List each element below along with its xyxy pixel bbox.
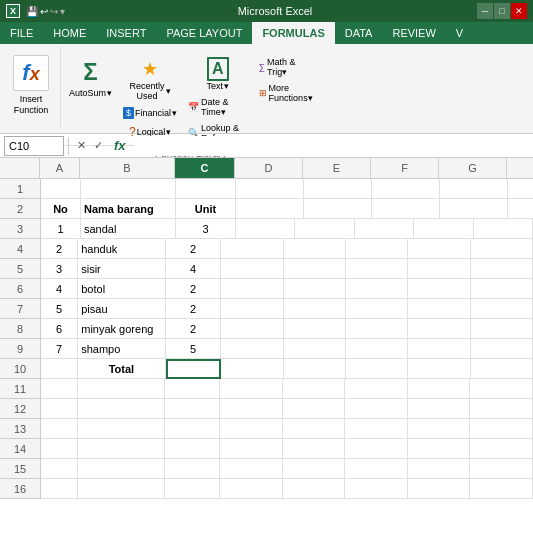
cell-b13[interactable] bbox=[78, 419, 165, 439]
cell-f12[interactable] bbox=[345, 399, 408, 419]
cell-b14[interactable] bbox=[78, 439, 165, 459]
cell-e12[interactable] bbox=[283, 399, 346, 419]
cell-a11[interactable] bbox=[41, 379, 78, 399]
col-header-d[interactable]: D bbox=[235, 158, 303, 178]
cell-f14[interactable] bbox=[345, 439, 408, 459]
cell-d14[interactable] bbox=[220, 439, 283, 459]
financial-btn[interactable]: $ Financial▾ bbox=[119, 105, 181, 121]
cell-h8[interactable] bbox=[471, 319, 533, 339]
row-header-4[interactable]: 4 bbox=[0, 239, 40, 259]
row-header-8[interactable]: 8 bbox=[0, 319, 40, 339]
cell-c8[interactable]: 2 bbox=[166, 319, 222, 339]
cell-d6[interactable] bbox=[221, 279, 283, 299]
cell-a8[interactable]: 6 bbox=[41, 319, 78, 339]
cell-e4[interactable] bbox=[284, 239, 346, 259]
name-box[interactable]: C10 bbox=[4, 136, 64, 156]
cell-a1[interactable] bbox=[41, 179, 81, 199]
row-header-5[interactable]: 5 bbox=[0, 259, 40, 279]
cell-d7[interactable] bbox=[221, 299, 283, 319]
formula-input[interactable] bbox=[134, 136, 529, 156]
cell-c14[interactable] bbox=[165, 439, 220, 459]
tab-home[interactable]: HOME bbox=[43, 22, 96, 44]
cell-g16[interactable] bbox=[408, 479, 471, 499]
cell-c12[interactable] bbox=[165, 399, 220, 419]
cell-b7[interactable]: pisau bbox=[78, 299, 166, 319]
cell-e10[interactable] bbox=[284, 359, 346, 379]
cell-c9[interactable]: 5 bbox=[166, 339, 222, 359]
cell-h15[interactable] bbox=[470, 459, 533, 479]
cell-f3[interactable] bbox=[355, 219, 414, 239]
cell-h10[interactable] bbox=[471, 359, 533, 379]
cell-c16[interactable] bbox=[165, 479, 220, 499]
confirm-formula-btn[interactable]: ✓ bbox=[90, 138, 106, 154]
cell-h12[interactable] bbox=[470, 399, 533, 419]
tab-file[interactable]: FILE bbox=[0, 22, 43, 44]
cell-f4[interactable] bbox=[346, 239, 408, 259]
cell-a15[interactable] bbox=[41, 459, 78, 479]
cell-h5[interactable] bbox=[471, 259, 533, 279]
cell-c3[interactable]: 3 bbox=[176, 219, 236, 239]
cell-g11[interactable] bbox=[408, 379, 471, 399]
cell-a13[interactable] bbox=[41, 419, 78, 439]
window-controls[interactable]: ─ □ ✕ bbox=[477, 3, 527, 19]
cell-b8[interactable]: minyak goreng bbox=[78, 319, 166, 339]
cell-b5[interactable]: sisir bbox=[78, 259, 166, 279]
cell-e11[interactable] bbox=[283, 379, 346, 399]
cell-d15[interactable] bbox=[220, 459, 283, 479]
col-header-a[interactable]: A bbox=[40, 158, 80, 178]
math-trig-btn[interactable]: ∑ Math &Trig▾ bbox=[255, 55, 317, 79]
row-header-7[interactable]: 7 bbox=[0, 299, 40, 319]
cell-e2[interactable] bbox=[304, 199, 372, 219]
cell-d3[interactable] bbox=[236, 219, 295, 239]
cell-d2[interactable] bbox=[236, 199, 304, 219]
row-header-9[interactable]: 9 bbox=[0, 339, 40, 359]
row-header-13[interactable]: 13 bbox=[0, 419, 40, 439]
cell-g4[interactable] bbox=[408, 239, 470, 259]
cell-g9[interactable] bbox=[408, 339, 470, 359]
col-header-c[interactable]: C bbox=[175, 158, 235, 178]
cell-e14[interactable] bbox=[283, 439, 346, 459]
cell-d9[interactable] bbox=[221, 339, 283, 359]
row-header-15[interactable]: 15 bbox=[0, 459, 40, 479]
cell-e9[interactable] bbox=[284, 339, 346, 359]
cell-g3[interactable] bbox=[414, 219, 473, 239]
cell-g8[interactable] bbox=[408, 319, 470, 339]
cell-d4[interactable] bbox=[221, 239, 283, 259]
cell-c4[interactable]: 2 bbox=[166, 239, 222, 259]
cell-e5[interactable] bbox=[284, 259, 346, 279]
col-header-e[interactable]: E bbox=[303, 158, 371, 178]
row-header-16[interactable]: 16 bbox=[0, 479, 40, 499]
cell-d1[interactable] bbox=[236, 179, 304, 199]
cell-e8[interactable] bbox=[284, 319, 346, 339]
tab-insert[interactable]: INSERT bbox=[96, 22, 156, 44]
cell-f16[interactable] bbox=[345, 479, 408, 499]
cell-b6[interactable]: botol bbox=[78, 279, 166, 299]
row-header-2[interactable]: 2 bbox=[0, 199, 40, 219]
cell-d10[interactable] bbox=[221, 359, 283, 379]
row-header-10[interactable]: 10 bbox=[0, 359, 40, 379]
cell-h14[interactable] bbox=[470, 439, 533, 459]
cell-a6[interactable]: 4 bbox=[41, 279, 78, 299]
cell-a4[interactable]: 2 bbox=[41, 239, 78, 259]
cell-c11[interactable] bbox=[165, 379, 220, 399]
cell-h13[interactable] bbox=[470, 419, 533, 439]
cell-f5[interactable] bbox=[346, 259, 408, 279]
cell-g14[interactable] bbox=[408, 439, 471, 459]
row-header-3[interactable]: 3 bbox=[0, 219, 40, 239]
col-header-g[interactable]: G bbox=[439, 158, 507, 178]
cell-d11[interactable] bbox=[220, 379, 283, 399]
row-header-14[interactable]: 14 bbox=[0, 439, 40, 459]
maximize-btn[interactable]: □ bbox=[494, 3, 510, 19]
cell-b16[interactable] bbox=[78, 479, 165, 499]
cell-e16[interactable] bbox=[283, 479, 346, 499]
cell-b9[interactable]: shampo bbox=[78, 339, 166, 359]
tab-page-layout[interactable]: PAGE LAYOUT bbox=[156, 22, 252, 44]
autosum-btn[interactable]: Σ AutoSum ▾ bbox=[65, 53, 116, 101]
cell-e3[interactable] bbox=[295, 219, 354, 239]
more-functions-btn[interactable]: ⊞ MoreFunctions▾ bbox=[255, 81, 317, 105]
row-header-12[interactable]: 12 bbox=[0, 399, 40, 419]
cell-e7[interactable] bbox=[284, 299, 346, 319]
cell-h4[interactable] bbox=[471, 239, 533, 259]
minimize-btn[interactable]: ─ bbox=[477, 3, 493, 19]
col-header-f[interactable]: F bbox=[371, 158, 439, 178]
